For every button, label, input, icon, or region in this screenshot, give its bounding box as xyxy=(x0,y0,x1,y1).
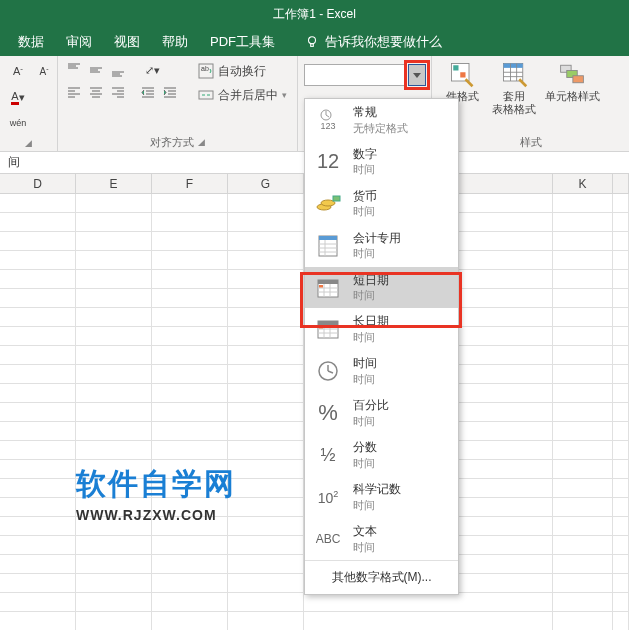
cell[interactable] xyxy=(613,251,629,270)
format-item-fraction[interactable]: ½分数时间 xyxy=(305,434,458,476)
align-left-button[interactable] xyxy=(64,82,84,102)
cell[interactable] xyxy=(613,422,629,441)
column-header-F[interactable]: F xyxy=(152,174,228,193)
cell[interactable] xyxy=(553,612,613,630)
cell[interactable] xyxy=(613,194,629,213)
cell[interactable] xyxy=(152,498,228,517)
wrap-text-button[interactable]: ab 自动换行 xyxy=(198,60,287,82)
cell[interactable] xyxy=(553,308,613,327)
cell[interactable] xyxy=(152,346,228,365)
format-item-currency[interactable]: 货币时间 xyxy=(305,183,458,225)
cell[interactable] xyxy=(152,422,228,441)
cell[interactable] xyxy=(76,460,152,479)
cell[interactable] xyxy=(152,289,228,308)
format-item-short-date[interactable]: 短日期时间 xyxy=(305,267,458,309)
cell[interactable] xyxy=(228,194,304,213)
cell[interactable] xyxy=(613,460,629,479)
column-header-E[interactable]: E xyxy=(76,174,152,193)
cell[interactable] xyxy=(613,308,629,327)
cell[interactable] xyxy=(613,365,629,384)
cell[interactable] xyxy=(76,232,152,251)
cell[interactable] xyxy=(228,536,304,555)
cell[interactable] xyxy=(152,232,228,251)
cell[interactable] xyxy=(228,308,304,327)
cell[interactable] xyxy=(76,194,152,213)
cell[interactable] xyxy=(152,365,228,384)
cell[interactable] xyxy=(76,555,152,574)
cell[interactable] xyxy=(152,536,228,555)
cell[interactable] xyxy=(76,517,152,536)
cell[interactable] xyxy=(0,308,76,327)
cell[interactable] xyxy=(152,612,228,630)
cell[interactable] xyxy=(613,232,629,251)
format-item-long-date[interactable]: 长日期时间 xyxy=(305,308,458,350)
cell-styles-button[interactable]: 单元格样式 xyxy=(542,60,602,116)
cell[interactable] xyxy=(228,232,304,251)
align-top-button[interactable] xyxy=(64,60,84,80)
cell[interactable] xyxy=(76,327,152,346)
format-item-general[interactable]: 123常规无特定格式 xyxy=(305,99,458,141)
cell[interactable] xyxy=(228,479,304,498)
cell[interactable] xyxy=(76,441,152,460)
cell[interactable] xyxy=(0,460,76,479)
alignment-dialog-launcher[interactable]: ◢ xyxy=(198,137,205,147)
cell[interactable] xyxy=(613,270,629,289)
cell[interactable] xyxy=(0,479,76,498)
cell[interactable] xyxy=(76,289,152,308)
format-as-table-button[interactable]: 套用 表格格式 xyxy=(490,60,538,116)
cell[interactable] xyxy=(152,460,228,479)
cell[interactable] xyxy=(613,327,629,346)
cell[interactable] xyxy=(0,498,76,517)
cell[interactable] xyxy=(0,365,76,384)
cell[interactable] xyxy=(228,384,304,403)
cell[interactable] xyxy=(152,441,228,460)
column-header-D[interactable]: D xyxy=(0,174,76,193)
cell[interactable] xyxy=(152,555,228,574)
cell[interactable] xyxy=(613,574,629,593)
cell[interactable] xyxy=(0,555,76,574)
cell[interactable] xyxy=(553,517,613,536)
cell[interactable] xyxy=(152,194,228,213)
cell[interactable] xyxy=(0,384,76,403)
cell[interactable] xyxy=(0,346,76,365)
cell[interactable] xyxy=(152,270,228,289)
align-right-button[interactable] xyxy=(108,82,128,102)
font-dialog-launcher[interactable]: ◢ xyxy=(25,138,32,148)
tab-help[interactable]: 帮助 xyxy=(162,33,188,51)
format-item-percent[interactable]: %百分比时间 xyxy=(305,392,458,434)
cell[interactable] xyxy=(0,270,76,289)
cell[interactable] xyxy=(0,289,76,308)
cell[interactable] xyxy=(553,593,613,612)
cell[interactable] xyxy=(0,536,76,555)
format-item-scientific[interactable]: 102科学记数时间 xyxy=(305,476,458,518)
cell[interactable] xyxy=(613,536,629,555)
format-item-time[interactable]: 时间时间 xyxy=(305,350,458,392)
font-color-button[interactable]: A ▾ xyxy=(6,86,30,108)
tab-review[interactable]: 审阅 xyxy=(66,33,92,51)
cell[interactable] xyxy=(553,574,613,593)
cell[interactable] xyxy=(228,213,304,232)
cell[interactable] xyxy=(76,308,152,327)
cell[interactable] xyxy=(76,612,152,630)
cell[interactable] xyxy=(613,384,629,403)
format-item-text[interactable]: ABC文本时间 xyxy=(305,518,458,560)
cell[interactable] xyxy=(553,555,613,574)
cell[interactable] xyxy=(553,327,613,346)
cell[interactable] xyxy=(553,251,613,270)
cell[interactable] xyxy=(152,574,228,593)
cell[interactable] xyxy=(613,479,629,498)
cell[interactable] xyxy=(152,213,228,232)
cell[interactable] xyxy=(0,612,76,630)
cell[interactable] xyxy=(152,593,228,612)
more-number-formats[interactable]: 其他数字格式(M)... xyxy=(305,560,458,594)
cell[interactable] xyxy=(613,555,629,574)
cell[interactable] xyxy=(228,346,304,365)
cell[interactable] xyxy=(76,346,152,365)
cell[interactable] xyxy=(228,422,304,441)
column-header-G[interactable]: G xyxy=(228,174,304,193)
cell[interactable] xyxy=(76,384,152,403)
cell[interactable] xyxy=(228,574,304,593)
cell[interactable] xyxy=(613,441,629,460)
cell[interactable] xyxy=(152,403,228,422)
tab-view[interactable]: 视图 xyxy=(114,33,140,51)
